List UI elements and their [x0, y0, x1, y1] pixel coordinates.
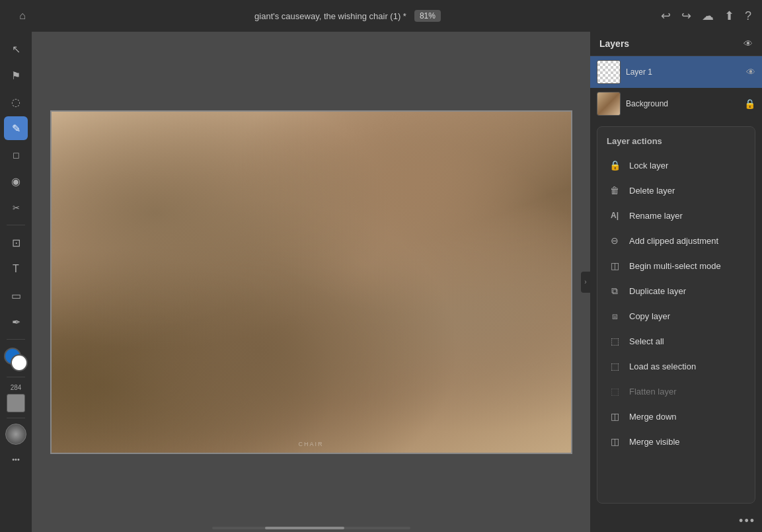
clipped-icon: ⊖ — [608, 234, 621, 247]
horizontal-scrollbar[interactable] — [212, 527, 410, 529]
action-load-selection[interactable]: ⬚ Load as selection — [599, 354, 753, 379]
crop-tool[interactable]: ⊡ — [4, 231, 28, 254]
top-bar-right: ↩ ↪ ☁ ⬆ ? — [661, 9, 751, 23]
layers-header: Layers 👁 — [590, 32, 762, 56]
text-tool[interactable]: T — [4, 257, 28, 281]
duplicate-icon: ⧉ — [608, 284, 621, 297]
undo-button[interactable]: ↩ — [661, 9, 671, 23]
multiselect-icon: ◫ — [608, 259, 621, 272]
left-toolbar: ↖ ⚑ ◌ ✎ ◻ ◉ ✂ ⊡ T ▭ ✒ 284 ••• — [0, 32, 32, 532]
clone-tool[interactable]: ✂ — [4, 196, 28, 219]
action-multiselect[interactable]: ◫ Begin multi-select mode — [599, 253, 753, 278]
action-multiselect-label: Begin multi-select mode — [629, 261, 721, 271]
main-layout: ↖ ⚑ ◌ ✎ ◻ ◉ ✂ ⊡ T ▭ ✒ 284 ••• CHAIR — [0, 32, 762, 532]
action-clipped-label: Add clipped adjustment — [629, 236, 718, 246]
lasso-tool[interactable]: ◌ — [4, 90, 28, 114]
right-panel-bottom: ••• — [590, 510, 762, 532]
layer-thumb-layer1 — [597, 60, 621, 84]
image-content — [52, 112, 571, 453]
toolbar-separator-3 — [7, 377, 25, 377]
zoom-badge[interactable]: 81% — [414, 10, 441, 22]
loadselection-icon: ⬚ — [608, 360, 621, 373]
move-tool[interactable]: ↖ — [4, 37, 28, 61]
action-mergedown-label: Merge down — [629, 412, 677, 422]
home-icon: ⌂ — [19, 10, 26, 22]
document-title: giant's causeway, the wishing chair (1) … — [254, 11, 406, 21]
zoom-indicator: 284 — [11, 384, 22, 391]
top-bar: ⌂ giant's causeway, the wishing chair (1… — [0, 0, 762, 32]
mergevisible-icon: ◫ — [608, 435, 621, 448]
layer-name-background: Background — [626, 99, 739, 108]
action-duplicate-layer[interactable]: ⧉ Duplicate layer — [599, 278, 753, 303]
action-flatten-layer: ⬚ Flatten layer — [599, 379, 753, 404]
photo-thumb — [597, 93, 620, 115]
mergedown-icon: ◫ — [608, 410, 621, 423]
pen-tool[interactable]: ✒ — [4, 310, 28, 334]
color-swatches[interactable] — [4, 348, 28, 371]
action-flatten-label: Flatten layer — [629, 387, 677, 397]
action-add-clipped[interactable]: ⊖ Add clipped adjustment — [599, 228, 753, 253]
layers-eye-icon[interactable]: 👁 — [743, 38, 753, 49]
shape-tool[interactable]: ▭ — [4, 284, 28, 307]
selectall-icon: ⬚ — [608, 334, 621, 348]
layer-name-layer1: Layer 1 — [626, 67, 741, 77]
layer-list: Layer 1 👁 Background 🔒 — [590, 56, 762, 120]
watermark: CHAIR — [298, 441, 323, 447]
action-delete-layer[interactable]: 🗑 Delete layer — [599, 178, 753, 203]
action-lock-layer[interactable]: 🔒 Lock layer — [599, 153, 753, 178]
action-delete-label: Delete layer — [629, 186, 675, 196]
action-loadselection-label: Load as selection — [629, 361, 696, 371]
more-tools-button[interactable]: ••• — [4, 447, 28, 471]
layer-thumbnail-small — [7, 394, 25, 412]
toolbar-separator-4 — [7, 418, 25, 418]
toolbar-separator-2 — [7, 339, 25, 340]
lock-icon: 🔒 — [608, 159, 621, 172]
copy-icon: ⧆ — [608, 309, 621, 323]
share-button[interactable]: ⬆ — [724, 9, 734, 23]
right-panel: › Layers 👁 Layer 1 👁 Background 🔒 — [590, 32, 762, 532]
erase-tool[interactable]: ◻ — [4, 143, 28, 167]
layer-visibility-layer1[interactable]: 👁 — [746, 67, 755, 77]
layers-panel-title: Layers — [599, 38, 629, 49]
canvas-area: CHAIR — [32, 32, 590, 532]
action-merge-visible[interactable]: ◫ Merge visible — [599, 429, 753, 454]
action-select-all[interactable]: ⬚ Select all — [599, 328, 753, 354]
top-bar-center: giant's causeway, the wishing chair (1) … — [254, 10, 441, 22]
select-tool[interactable]: ⚑ — [4, 63, 28, 87]
action-duplicate-label: Duplicate layer — [629, 286, 686, 296]
action-rename-layer[interactable]: A| Rename layer — [599, 203, 753, 228]
paint-tool[interactable]: ✎ — [4, 116, 28, 140]
layer-item-background[interactable]: Background 🔒 — [590, 88, 762, 120]
layer-lock-background: 🔒 — [744, 98, 755, 109]
home-button[interactable]: ⌂ — [11, 4, 34, 28]
layer-thumb-background — [597, 92, 621, 116]
layer-item-layer1[interactable]: Layer 1 👁 — [590, 56, 762, 88]
more-options-button[interactable]: ••• — [739, 514, 755, 528]
canvas-image: CHAIR — [50, 110, 572, 454]
background-color[interactable] — [11, 354, 28, 371]
top-bar-left: ⌂ — [11, 4, 34, 28]
delete-icon: 🗑 — [608, 184, 621, 197]
cloud-button[interactable]: ☁ — [702, 9, 714, 23]
redo-button[interactable]: ↪ — [681, 9, 691, 23]
panel-collapse-button[interactable]: › — [581, 272, 590, 293]
brush-preview — [5, 424, 26, 445]
flatten-icon: ⬚ — [608, 385, 621, 398]
action-copy-layer[interactable]: ⧆ Copy layer — [599, 303, 753, 328]
fill-tool[interactable]: ◉ — [4, 169, 28, 193]
action-merge-down[interactable]: ◫ Merge down — [599, 404, 753, 429]
action-copy-label: Copy layer — [629, 311, 670, 321]
rename-icon: A| — [608, 209, 621, 222]
layer-actions-title: Layer actions — [597, 131, 755, 153]
toolbar-separator — [7, 225, 25, 225]
checker-pattern — [597, 61, 620, 83]
action-rename-label: Rename layer — [629, 211, 683, 221]
help-button[interactable]: ? — [745, 9, 751, 23]
scrollbar-thumb[interactable] — [265, 527, 344, 529]
action-selectall-label: Select all — [629, 336, 664, 346]
action-lock-label: Lock layer — [629, 161, 668, 171]
layer-actions-panel: Layer actions 🔒 Lock layer 🗑 Delete laye… — [597, 126, 755, 504]
action-mergevisible-label: Merge visible — [629, 437, 680, 447]
